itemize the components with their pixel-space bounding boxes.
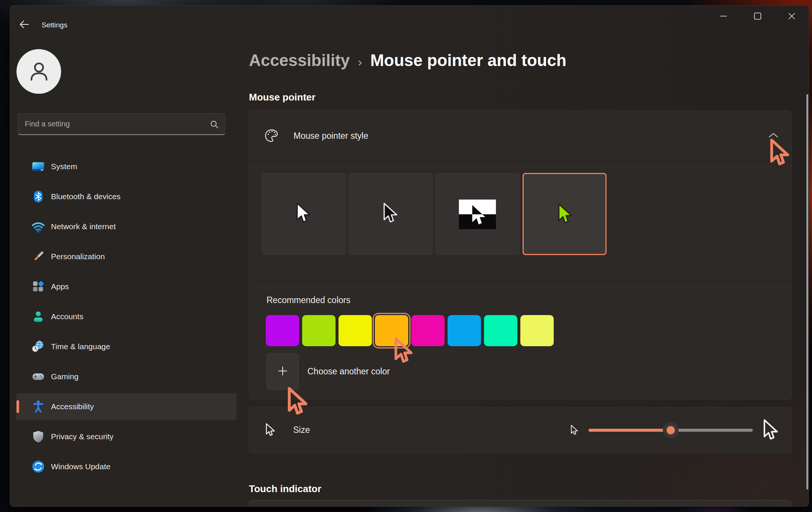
accessibility-icon <box>31 399 45 414</box>
small-cursor-icon <box>570 424 579 436</box>
search-icon <box>210 120 219 131</box>
gaming-icon <box>31 369 45 384</box>
page-title: Mouse pointer and touch <box>370 51 566 70</box>
sidebar-item-privacy-security[interactable]: Privacy & security <box>16 423 237 450</box>
sidebar-item-system[interactable]: System <box>16 153 237 180</box>
size-label: Size <box>293 407 310 453</box>
network-icon <box>31 219 45 234</box>
close-icon <box>788 12 796 21</box>
breadcrumb-parent[interactable]: Accessibility <box>249 51 350 70</box>
touch-indicator-card <box>249 500 792 507</box>
sidebar-item-personalization[interactable]: Personalization <box>16 243 237 270</box>
settings-window: Settings System <box>10 5 809 507</box>
divider <box>249 161 791 161</box>
sidebar-item-label: Windows Update <box>51 462 111 471</box>
personalization-icon <box>31 249 45 264</box>
expander-header[interactable]: Mouse pointer style <box>249 111 791 161</box>
sidebar-item-label: Privacy & security <box>51 432 114 441</box>
recommended-colors-label: Recommended colors <box>267 295 351 305</box>
swatch-azure[interactable] <box>448 315 481 346</box>
sidebar-item-label: Accounts <box>51 312 83 321</box>
swatch-orange[interactable] <box>375 315 408 346</box>
sidebar-item-accessibility[interactable]: Accessibility <box>16 393 237 420</box>
pointer-style-option-black[interactable] <box>349 173 433 255</box>
sidebar-item-windows-update[interactable]: Windows Update <box>16 453 237 480</box>
bluetooth-icon <box>31 189 45 204</box>
sidebar-item-label: System <box>51 162 77 171</box>
user-avatar <box>16 49 61 94</box>
plus-icon <box>278 366 288 377</box>
collapse-expander-button[interactable] <box>765 129 782 143</box>
person-icon <box>27 59 51 85</box>
sidebar-item-bluetooth-devices[interactable]: Bluetooth & devices <box>16 183 237 210</box>
sidebar-item-accounts[interactable]: Accounts <box>16 303 237 330</box>
back-button[interactable] <box>16 17 33 32</box>
swatch-purple[interactable] <box>266 315 299 346</box>
mouse-pointer-style-card: Mouse pointer style <box>249 110 792 400</box>
mouse-pointer-section-title: Mouse pointer <box>249 92 316 103</box>
sidebar-item-label: Apps <box>51 282 69 291</box>
sidebar-item-label: Personalization <box>51 252 105 261</box>
pointer-style-option-white[interactable] <box>262 173 346 255</box>
pointer-style-option-inverted[interactable] <box>436 173 520 255</box>
close-button[interactable] <box>775 6 809 27</box>
window-controls <box>706 6 809 27</box>
pointer-size-card: Size <box>249 407 792 453</box>
windows-update-icon <box>31 459 45 474</box>
sidebar-item-label: Time & language <box>51 342 110 351</box>
sidebar-item-apps[interactable]: Apps <box>16 273 237 300</box>
color-swatches <box>266 315 554 346</box>
swatch-light-yellow[interactable] <box>520 315 554 346</box>
sidebar-item-gaming[interactable]: Gaming <box>16 363 237 390</box>
chevron-up-icon <box>769 133 778 139</box>
breadcrumb: Accessibility › Mouse pointer and touch <box>249 51 566 70</box>
accounts-icon <box>31 309 45 324</box>
breadcrumb-separator: › <box>358 55 362 69</box>
search-input[interactable] <box>25 114 205 134</box>
divider <box>249 281 791 282</box>
vertical-scrollbar[interactable] <box>806 94 808 489</box>
palette-icon <box>264 128 279 145</box>
maximize-icon <box>754 12 762 21</box>
size-slider-thumb[interactable] <box>663 422 679 438</box>
touch-indicator-section-title: Touch indicator <box>249 483 321 495</box>
maximize-button[interactable] <box>740 6 775 27</box>
sidebar-item-label: Gaming <box>51 372 79 381</box>
sidebar-item-network-internet[interactable]: Network & internet <box>16 213 237 240</box>
arrow-left-icon <box>19 20 29 30</box>
apps-icon <box>31 279 45 294</box>
privacy-icon <box>31 429 45 444</box>
minimize-icon <box>719 12 728 21</box>
pointer-style-option-custom[interactable] <box>523 173 607 255</box>
swatch-chartreuse[interactable] <box>302 315 336 346</box>
cursor-icon <box>265 422 276 438</box>
inverted-cursor-icon <box>459 200 496 229</box>
system-icon <box>31 159 45 174</box>
sidebar-item-time-language[interactable]: Time & language <box>16 333 237 360</box>
choose-another-color-button[interactable] <box>267 353 299 390</box>
swatch-spring-green[interactable] <box>484 315 517 346</box>
swatch-magenta[interactable] <box>411 315 445 346</box>
custom-cursor-icon <box>557 202 574 227</box>
time-language-icon <box>31 339 45 354</box>
swatch-yellow[interactable] <box>339 315 372 346</box>
card-title: Mouse pointer style <box>294 111 368 161</box>
search-box <box>18 113 225 135</box>
size-slider-fill <box>589 429 671 432</box>
pointer-style-options <box>262 173 607 255</box>
window-title: Settings <box>42 21 67 29</box>
black-cursor-icon <box>382 201 399 226</box>
minimize-button[interactable] <box>706 6 740 27</box>
sidebar-nav: System Bluetooth & devices Network & int… <box>16 153 237 483</box>
sidebar-item-label: Network & internet <box>51 222 116 231</box>
sidebar-item-label: Accessibility <box>51 402 94 411</box>
sidebar-item-label: Bluetooth & devices <box>51 192 121 201</box>
choose-another-color-label: Choose another color <box>307 353 390 390</box>
large-cursor-icon <box>762 418 780 443</box>
white-cursor-icon <box>295 201 312 226</box>
